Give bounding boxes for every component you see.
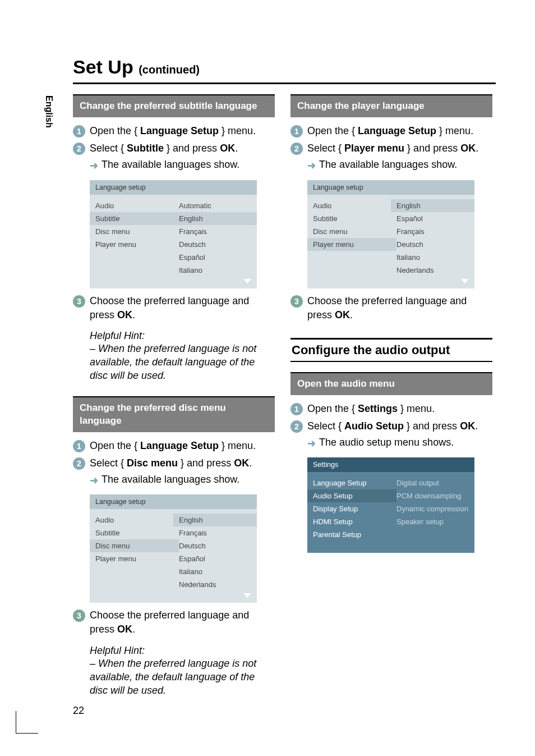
menu-name: Language Setup — [358, 125, 436, 136]
key-name: OK — [234, 457, 249, 469]
right-column: Change the player language 1 Open the { … — [290, 94, 492, 697]
menu-item-selected: Subtitle — [90, 212, 179, 225]
menu-item-selected: English — [173, 212, 257, 225]
menu-name: Settings — [358, 403, 398, 414]
hint-title: Helpful Hint: — [90, 330, 275, 342]
option-name: Disc menu — [127, 457, 178, 469]
menu-item-selected: Player menu — [307, 238, 396, 251]
menu-item: Audio — [95, 514, 173, 526]
menu-item: Français — [179, 225, 251, 238]
menu-item: Deutsch — [179, 238, 251, 251]
hint-body: – When the preferred language is not ava… — [90, 657, 273, 698]
menu-item: Dynamic compression — [396, 502, 469, 515]
menu-screenshot-playermenu: Language setup Audio Subtitle Disc menu … — [307, 180, 474, 288]
text: Open the { — [90, 125, 140, 136]
option-name: Player menu — [344, 143, 404, 154]
menu-item: Español — [179, 251, 251, 264]
hint-body: – When the preferred language is not ava… — [90, 342, 273, 383]
language-tab: English — [44, 95, 54, 128]
section-bar-disc-menu-language: Change the preferred disc menu language — [73, 396, 275, 432]
menu-item: Player menu — [95, 552, 173, 565]
text: Select { — [90, 457, 127, 469]
step-1: 1 Open the { Language Setup } menu. — [73, 439, 275, 453]
result-line: ➜ The audio setup menu shows. — [307, 437, 492, 451]
menu-item: Language Setup — [313, 476, 391, 489]
menu-item: Subtitle — [95, 526, 173, 539]
text: The available languages show. — [102, 474, 239, 485]
menu-item: Deutsch — [179, 539, 251, 552]
step-1: 1 Open the { Settings } menu. — [290, 402, 492, 416]
step-number-icon: 3 — [290, 295, 303, 308]
text: The audio setup menu shows. — [319, 437, 454, 448]
page-number: 22 — [73, 705, 84, 717]
menu-item: Español — [179, 552, 251, 565]
step-3: 3 Choose the preferred language and pres… — [73, 294, 275, 322]
text: } and press — [404, 420, 460, 432]
step-2: 2 Select { Audio Setup } and press OK. — [290, 419, 492, 433]
menu-item-selected: English — [173, 514, 257, 526]
arrow-icon: ➜ — [90, 159, 98, 173]
section-bar-subtitle-language: Change the preferred subtitle language — [73, 94, 275, 117]
step-2: 2 Select { Disc menu } and press OK. — [73, 456, 275, 470]
menu-more-row — [90, 277, 257, 288]
option-name: Subtitle — [127, 143, 164, 154]
menu-title: Language setup — [307, 180, 474, 195]
key-name: OK — [117, 624, 132, 635]
step-3: 3 Choose the preferred language and pres… — [290, 294, 492, 322]
menu-item: Player menu — [95, 238, 173, 251]
text: Open the { — [307, 403, 358, 414]
result-line: ➜ The available languages show. — [90, 159, 275, 173]
text: Select { — [307, 143, 344, 154]
step-number-icon: 2 — [73, 143, 85, 155]
menu-item: Audio — [95, 199, 173, 212]
step-number-icon: 3 — [73, 610, 85, 622]
menu-item: Français — [179, 526, 251, 539]
key-name: OK — [335, 309, 350, 320]
menu-name: Language Setup — [140, 440, 219, 451]
menu-item-selected: Disc menu — [90, 539, 179, 552]
step-number-icon: 2 — [290, 420, 303, 433]
menu-item: Disc menu — [313, 225, 391, 238]
section-bar-open-audio-menu: Open the audio menu — [290, 372, 492, 395]
menu-title: Language setup — [90, 494, 257, 509]
text: Choose the preferred language and press — [307, 295, 467, 320]
menu-screenshot-subtitle: Language setup Audio Subtitle Disc menu … — [90, 180, 257, 288]
menu-item: Speaker setup — [396, 515, 469, 528]
text: } menu. — [219, 440, 256, 451]
menu-item: Italiano — [396, 251, 469, 264]
step-number-icon: 1 — [73, 125, 85, 138]
result-line: ➜ The available languages show. — [90, 474, 275, 488]
text: } and press — [164, 143, 220, 154]
step-2: 2 Select { Subtitle } and press OK. — [73, 141, 275, 155]
chevron-down-icon — [243, 279, 251, 283]
menu-screenshot-discmenu: Language setup Audio Subtitle Disc menu … — [90, 494, 257, 603]
text: Choose the preferred language and press — [90, 295, 249, 320]
menu-title: Settings — [307, 457, 474, 472]
key-name: OK — [117, 309, 132, 320]
menu-name: Language Setup — [140, 125, 219, 136]
step-number-icon: 1 — [290, 125, 303, 138]
menu-item: Digital output — [396, 476, 469, 489]
arrow-icon: ➜ — [90, 474, 98, 488]
step-number-icon: 1 — [290, 403, 303, 415]
menu-item-selected: English — [391, 199, 474, 212]
menu-item: Français — [396, 225, 469, 238]
option-name: Audio Setup — [344, 420, 404, 432]
menu-item-selected: Audio Setup — [307, 489, 396, 502]
left-column: Change the preferred subtitle language 1… — [73, 94, 275, 697]
menu-item: Español — [396, 212, 469, 225]
menu-item: Automatic — [179, 199, 251, 212]
step-3: 3 Choose the preferred language and pres… — [73, 608, 275, 636]
menu-more-row — [307, 277, 474, 288]
page-title: Set Up (continued) — [73, 56, 496, 78]
text: . — [132, 309, 135, 320]
title-main: Set Up — [73, 56, 133, 77]
step-number-icon: 2 — [290, 143, 303, 155]
text: The available languages show. — [319, 159, 457, 171]
menu-item: Italiano — [179, 264, 251, 277]
text: . — [249, 457, 252, 469]
text: . — [235, 143, 238, 154]
text: . — [476, 143, 478, 154]
menu-item: Nederlands — [396, 264, 469, 277]
text: Open the { — [307, 125, 358, 136]
